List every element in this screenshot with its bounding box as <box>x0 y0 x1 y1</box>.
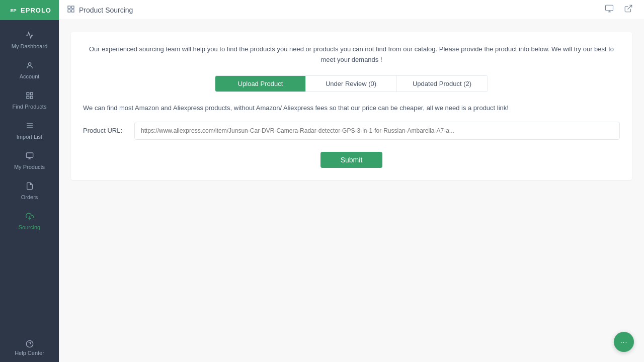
sidebar-item-orders[interactable]: Orders <box>0 176 59 206</box>
header-page-icon <box>67 5 75 15</box>
logo[interactable]: EP EPROLO <box>0 0 59 20</box>
sourcing-icon <box>26 212 34 222</box>
tab-upload-product[interactable]: Upload Product <box>215 76 306 92</box>
svg-rect-19 <box>71 10 74 12</box>
svg-point-2 <box>28 63 31 65</box>
svg-rect-17 <box>71 6 74 9</box>
svg-rect-6 <box>30 96 33 99</box>
sidebar-label-sourcing: Sourcing <box>19 224 40 230</box>
my-products-icon <box>26 152 34 162</box>
monitor-button[interactable] <box>602 3 617 17</box>
svg-line-23 <box>628 5 632 9</box>
svg-rect-20 <box>606 5 613 11</box>
svg-rect-3 <box>27 93 29 95</box>
sidebar-label-my-products: My Products <box>14 164 45 170</box>
external-link-button[interactable] <box>621 3 636 17</box>
main-area: Product Sourcing Our experienced sourcin… <box>59 0 644 362</box>
description-text: Our experienced sourcing team will help … <box>83 44 620 65</box>
sidebar-label-account: Account <box>20 73 40 79</box>
sidebar-item-account[interactable]: Account <box>0 55 59 85</box>
header-actions <box>602 3 636 17</box>
import-list-icon <box>26 122 34 132</box>
svg-rect-4 <box>30 93 33 95</box>
sidebar-nav: My Dashboard Account Find Products Impor… <box>0 20 59 334</box>
tab-updated-product[interactable]: Updated Product (2) <box>396 76 488 92</box>
logo-text: EPROLO <box>21 7 51 14</box>
svg-text:EP: EP <box>11 8 17 13</box>
account-icon <box>26 61 34 71</box>
header-left: Product Sourcing <box>67 5 133 15</box>
header: Product Sourcing <box>59 0 644 20</box>
help-center-label: Help Center <box>15 350 44 356</box>
sidebar-label-dashboard: My Dashboard <box>12 43 48 49</box>
header-title: Product Sourcing <box>79 6 133 14</box>
content-area: Our experienced sourcing team will help … <box>59 20 644 362</box>
find-products-icon <box>26 92 34 102</box>
chat-bubble[interactable]: ··· <box>614 332 634 352</box>
product-url-row: Product URL: <box>83 122 620 140</box>
sidebar-label-find-products: Find Products <box>13 104 47 110</box>
sidebar-item-find-products[interactable]: Find Products <box>0 85 59 116</box>
sidebar-item-import-list[interactable]: Import List <box>0 116 59 146</box>
svg-rect-16 <box>68 6 70 9</box>
sidebar-label-orders: Orders <box>21 194 38 200</box>
help-icon <box>26 340 34 348</box>
tabs: Upload Product Under Review (0) Updated … <box>215 75 488 92</box>
svg-rect-10 <box>26 153 33 157</box>
sidebar-item-my-products[interactable]: My Products <box>0 146 59 176</box>
orders-icon <box>26 182 34 192</box>
svg-rect-18 <box>68 10 70 12</box>
sidebar-label-import-list: Import List <box>17 134 42 140</box>
sidebar-item-sourcing[interactable]: Sourcing <box>0 206 59 236</box>
submit-button[interactable]: Submit <box>320 152 383 168</box>
chat-icon: ··· <box>620 338 628 346</box>
submit-row: Submit <box>83 152 620 168</box>
content-card: Our experienced sourcing team will help … <box>71 32 632 180</box>
product-url-input[interactable] <box>134 122 620 140</box>
help-center[interactable]: Help Center <box>0 334 59 362</box>
info-text: We can find most Amazon and Aliexpress p… <box>83 104 620 112</box>
sidebar-item-dashboard[interactable]: My Dashboard <box>0 25 59 55</box>
svg-rect-5 <box>27 96 29 99</box>
dashboard-icon <box>26 31 34 41</box>
tab-under-review[interactable]: Under Review (0) <box>306 76 396 92</box>
sidebar: EP EPROLO My Dashboard Account Find Prod… <box>0 0 59 362</box>
product-url-label: Product URL: <box>83 127 128 134</box>
